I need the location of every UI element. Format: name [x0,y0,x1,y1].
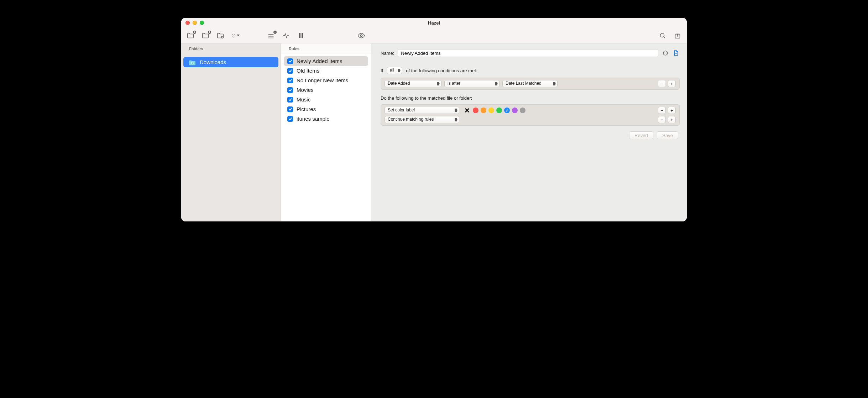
add-folder-button[interactable] [186,31,195,40]
color-swatch-blue[interactable] [504,108,510,113]
rule-item[interactable]: No Longer New Items [284,75,368,85]
svg-point-3 [234,35,234,36]
color-label-swatches [473,108,525,113]
plus-badge-icon [193,31,196,34]
window-title: Hazel [181,20,687,26]
folders-header: Folders [181,43,281,54]
conditions-header-row: If all of the following conditions are m… [381,67,680,74]
svg-point-15 [664,53,665,53]
svg-point-4 [234,35,234,36]
folder-list: Downloads [181,54,281,70]
remove-action-button[interactable]: − [658,107,666,114]
app-window: Hazel [181,18,687,221]
name-row: Name: [381,49,680,57]
svg-point-2 [233,35,233,36]
rule-label: Newly Added Items [297,58,342,64]
folder-item-downloads[interactable]: Downloads [183,57,278,67]
conditions-box: Date Added is after Date Last Matched [381,78,680,90]
export-button[interactable] [673,31,682,40]
add-action-button[interactable]: + [668,107,676,114]
pause-button[interactable] [297,31,305,40]
color-swatch-gray[interactable] [520,108,525,113]
rule-checkbox[interactable] [287,97,293,103]
color-swatch-red[interactable] [473,108,479,113]
action-row-color: Set color label − + [385,107,676,114]
rule-item[interactable]: Music [284,95,368,104]
condition-op-select[interactable]: is after [444,80,500,87]
rule-checkbox[interactable] [287,116,293,122]
svg-point-17 [666,53,666,53]
rule-checkbox[interactable] [287,68,293,74]
svg-point-9 [660,33,664,37]
rule-item[interactable]: Newly Added Items [284,56,368,66]
plus-badge-icon [208,31,211,34]
folders-panel: Folders Downloads [181,43,281,221]
toolbar [181,28,687,43]
rule-checkbox[interactable] [287,78,293,83]
rule-label: No Longer New Items [297,77,348,83]
svg-point-16 [665,53,665,53]
rule-label: Old Items [297,68,319,74]
rule-menu-button[interactable] [662,49,669,57]
folder-settings-button[interactable] [216,31,225,40]
revert-button[interactable]: Revert [629,131,653,139]
content-area: Folders Downloads Rules Newly Added Item… [181,43,687,221]
rule-list: Newly Added ItemsOld ItemsNo Longer New … [281,54,371,126]
preview-button[interactable] [357,31,366,40]
editor-footer: Revert Save [381,129,680,139]
conditions-suffix-label: of the following conditions are met: [406,68,477,73]
more-actions-button[interactable] [231,31,240,40]
remove-condition-button[interactable]: − [658,80,666,87]
rule-item[interactable]: Movies [284,85,368,95]
if-label: If [381,68,383,73]
action-row-continue: Continue matching rules − + [385,116,676,123]
condition-scope-select[interactable]: all [387,67,402,74]
condition-attr-select[interactable]: Date Added [385,80,441,87]
rule-label: Movies [297,87,314,93]
color-swatch-orange[interactable] [481,108,486,113]
notes-button[interactable] [673,49,680,57]
actions-header-label: Do the following to the matched file or … [381,95,680,101]
titlebar: Hazel [181,18,687,28]
name-label: Name: [381,51,394,56]
rule-item[interactable]: Old Items [284,66,368,75]
add-action-button[interactable]: + [668,116,676,123]
rule-checkbox[interactable] [287,58,293,64]
rule-item[interactable]: itunes sample [284,114,368,124]
rule-options-button[interactable] [267,31,275,40]
rule-editor-panel: Name: If all of the fol [371,43,687,221]
plus-badge-icon [273,31,277,34]
clear-label-button[interactable] [464,108,470,113]
folder-icon [188,59,196,65]
add-condition-button[interactable]: + [668,80,676,87]
rule-label: Pictures [297,106,316,112]
folder-label: Downloads [200,59,226,65]
rules-header: Rules [281,43,371,54]
svg-line-10 [664,37,665,38]
chevron-down-icon [237,35,240,36]
rule-item[interactable]: Pictures [284,104,368,114]
action-type-select[interactable]: Set color label [385,107,459,114]
color-swatch-yellow[interactable] [488,108,494,113]
color-swatch-green[interactable] [496,108,502,113]
activity-button[interactable] [282,31,290,40]
add-rule-button[interactable] [201,31,210,40]
rule-label: itunes sample [297,116,330,122]
condition-row: Date Added is after Date Last Matched [385,80,676,87]
color-swatch-purple[interactable] [512,108,518,113]
actions-box: Set color label − + [381,104,680,126]
rule-checkbox[interactable] [287,106,293,112]
svg-point-8 [360,35,362,37]
condition-value-select[interactable]: Date Last Matched [502,80,558,87]
remove-action-button[interactable]: − [658,116,666,123]
save-button[interactable]: Save [657,131,678,139]
pause-icon [299,33,303,38]
rule-name-input[interactable] [398,49,658,57]
rule-checkbox[interactable] [287,87,293,93]
rules-panel: Rules Newly Added ItemsOld ItemsNo Longe… [281,43,371,221]
action-type-select[interactable]: Continue matching rules [385,116,459,123]
rule-label: Music [297,96,310,103]
search-button[interactable] [658,31,667,40]
